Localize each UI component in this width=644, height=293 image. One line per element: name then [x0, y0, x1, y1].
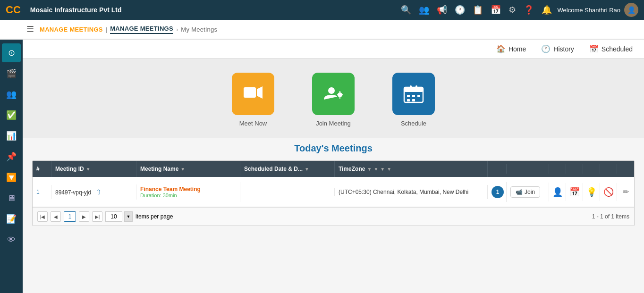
company-name: Mosaic Infrastructure Pvt Ltd	[30, 6, 395, 14]
participants-badge: 1	[491, 186, 504, 198]
search-nav-icon[interactable]: 🔍	[401, 5, 411, 15]
breadcrumb-item-1[interactable]: MANAGE MEETINGS	[40, 26, 103, 33]
meetings-table: # Meeting ID ▼ Meeting Name ▼ Scheduled …	[32, 160, 635, 226]
scheduled-menu-item[interactable]: 📅 Scheduled	[589, 44, 633, 53]
meetings-title: Today's Meetings	[32, 143, 635, 154]
svg-rect-8	[410, 85, 412, 89]
sidebar-item-search[interactable]: 👁	[2, 230, 21, 249]
calendar-nav-icon[interactable]: 📅	[491, 5, 501, 15]
team-nav-icon[interactable]: 👥	[419, 5, 429, 15]
join-cam-icon: 📹	[516, 189, 523, 195]
breadcrumb-arrow: ›	[176, 26, 178, 33]
edit-icon[interactable]: ✏	[623, 187, 629, 196]
hamburger-icon[interactable]: ☰	[26, 24, 34, 34]
history-menu-item[interactable]: 🕐 History	[541, 44, 574, 53]
timezone-filter-4-icon[interactable]: ▼	[387, 167, 391, 172]
svg-rect-14	[412, 99, 415, 101]
cancel-icon[interactable]: 🚫	[603, 187, 614, 197]
meeting-name-filter-icon[interactable]: ▼	[180, 167, 185, 172]
row-participants-icon-cell: 👤	[549, 183, 566, 201]
meet-now-label: Meet Now	[239, 120, 267, 127]
prev-page-button[interactable]: ◀	[51, 211, 61, 222]
scheduled-date-filter-icon[interactable]: ▼	[305, 167, 309, 172]
meet-now-card[interactable]: Meet Now	[232, 73, 274, 127]
sidebar-item-pin[interactable]: 📌	[2, 147, 21, 166]
row-edit-icon-cell: ✏	[617, 184, 634, 200]
bell-nav-icon[interactable]: 🔔	[542, 5, 552, 15]
row-bulb-icon-cell: 💡	[583, 183, 600, 201]
row-num[interactable]: 1	[33, 185, 51, 199]
breadcrumb-nav: ☰ MANAGE MEETINGS | MANAGE MEETINGS › My…	[0, 20, 644, 40]
sidebar-item-video[interactable]: 🎬	[2, 64, 21, 83]
timezone-filter-1-icon[interactable]: ▼	[367, 167, 372, 172]
sidebar-item-reports[interactable]: 📊	[2, 126, 21, 145]
svg-rect-9	[415, 85, 417, 89]
row-participants: 1	[488, 182, 507, 202]
join-meeting-card[interactable]: Join Meeting	[312, 73, 355, 127]
list-nav-icon[interactable]: 📋	[473, 5, 483, 15]
col-timezone: TimeZone ▼ ▼ ▼ ▼	[335, 161, 488, 177]
col-action-5	[617, 164, 634, 174]
meeting-id-filter-icon[interactable]: ▼	[86, 167, 91, 172]
per-page-dropdown-arrow[interactable]: ▼	[124, 211, 133, 222]
user-info: Welcome Shanthri Rao 👤	[558, 3, 638, 17]
avatar: 👤	[624, 3, 638, 17]
svg-rect-13	[407, 99, 410, 101]
main-content: 🏠 Home 🕐 History 📅 Scheduled	[23, 40, 644, 293]
breadcrumb-item-3[interactable]: My Meetings	[181, 26, 217, 33]
sidebar-item-checklist[interactable]: 📝	[2, 209, 21, 228]
col-scheduled-date: Scheduled Date & D... ▼	[240, 161, 335, 177]
timezone-filter-3-icon[interactable]: ▼	[380, 167, 385, 172]
col-join	[507, 164, 549, 174]
top-nav: CC Mosaic Infrastructure Pvt Ltd 🔍 👥 📢 🕐…	[0, 0, 644, 20]
schedule-button[interactable]	[392, 73, 435, 115]
meet-now-button[interactable]	[232, 73, 274, 115]
share-icon[interactable]: ⇧	[96, 188, 102, 196]
settings-nav-icon[interactable]: ⚙	[508, 5, 516, 15]
svg-rect-7	[404, 87, 423, 92]
timezone-filter-2-icon[interactable]: ▼	[373, 167, 378, 172]
action-cards: Meet Now Join Meeting	[23, 59, 644, 138]
table-header: # Meeting ID ▼ Meeting Name ▼ Scheduled …	[33, 161, 634, 177]
pagination-bar: |◀ ◀ 1 ▶ ▶| ▼ items per page 1 - 1 of 1 …	[33, 207, 634, 226]
join-label: Join	[525, 189, 535, 195]
calendar-schedule-icon	[403, 84, 424, 103]
home-icon: 🏠	[496, 44, 506, 53]
schedule-card[interactable]: Schedule	[392, 73, 435, 127]
col-participants	[488, 164, 507, 174]
join-button[interactable]: 📹 Join	[510, 186, 540, 198]
home-menu-item[interactable]: 🏠 Home	[496, 44, 526, 53]
calendar-icon[interactable]: 📅	[569, 187, 580, 197]
history-label: History	[553, 45, 574, 53]
last-page-button[interactable]: ▶|	[92, 211, 102, 222]
help-nav-icon[interactable]: ❓	[524, 5, 534, 15]
col-action-3	[583, 164, 600, 174]
per-page-input[interactable]	[105, 211, 122, 222]
bulb-icon[interactable]: 💡	[586, 187, 597, 197]
sidebar-item-tasks[interactable]: ✅	[2, 106, 21, 125]
video-camera-icon	[243, 85, 263, 102]
col-action-4	[600, 164, 617, 174]
page-info: 1 - 1 of 1 items	[592, 213, 629, 220]
clock-nav-icon[interactable]: 🕐	[455, 5, 465, 15]
scheduled-icon: 📅	[589, 44, 599, 53]
breadcrumb-item-2[interactable]: MANAGE MEETINGS	[110, 25, 173, 34]
first-page-button[interactable]: |◀	[37, 211, 48, 222]
row-scheduled-date	[240, 188, 335, 196]
meeting-name-text: Finance Team Meeting	[140, 186, 236, 193]
nav-icons: 🔍 👥 📢 🕐 📋 📅 ⚙ ❓ 🔔	[401, 5, 552, 15]
sidebar-item-filter[interactable]: 🔽	[2, 168, 21, 187]
next-page-button[interactable]: ▶	[79, 211, 89, 222]
sidebar-item-dashboard[interactable]: ⊙	[2, 43, 21, 62]
layout: ⊙ 🎬 👥 ✅ 📊 📌 🔽 🖥 📝 👁 🏠 Home 🕐 History 📅 S…	[0, 40, 644, 293]
breadcrumb-sep: |	[106, 26, 107, 33]
svg-point-2	[328, 87, 335, 94]
megaphone-nav-icon[interactable]: 📢	[437, 5, 447, 15]
join-meeting-button[interactable]	[312, 73, 355, 115]
row-join-btn-cell: 📹 Join	[507, 183, 549, 201]
sidebar-item-users[interactable]: 👥	[2, 85, 21, 104]
participants-icon[interactable]: 👤	[552, 187, 563, 197]
col-meeting-id: Meeting ID ▼	[51, 161, 136, 177]
app-logo: CC	[6, 4, 21, 16]
sidebar-item-monitor[interactable]: 🖥	[2, 189, 21, 208]
